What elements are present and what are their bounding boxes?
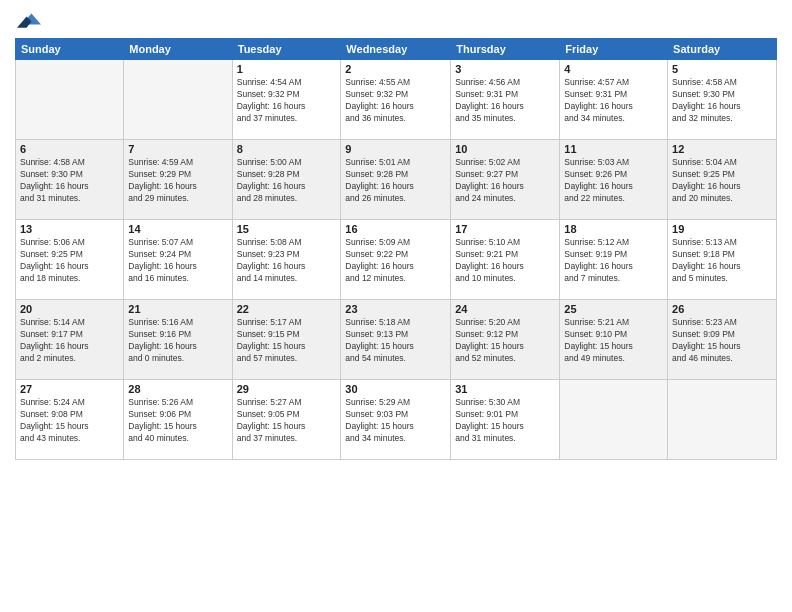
day-number: 22 xyxy=(237,303,337,315)
calendar-day: 18Sunrise: 5:12 AM Sunset: 9:19 PM Dayli… xyxy=(560,220,668,300)
day-info: Sunrise: 5:09 AM Sunset: 9:22 PM Dayligh… xyxy=(345,237,446,285)
calendar-day: 6Sunrise: 4:58 AM Sunset: 9:30 PM Daylig… xyxy=(16,140,124,220)
calendar-day: 20Sunrise: 5:14 AM Sunset: 9:17 PM Dayli… xyxy=(16,300,124,380)
day-number: 12 xyxy=(672,143,772,155)
day-info: Sunrise: 5:16 AM Sunset: 9:16 PM Dayligh… xyxy=(128,317,227,365)
calendar-day: 13Sunrise: 5:06 AM Sunset: 9:25 PM Dayli… xyxy=(16,220,124,300)
calendar-day: 11Sunrise: 5:03 AM Sunset: 9:26 PM Dayli… xyxy=(560,140,668,220)
day-info: Sunrise: 5:06 AM Sunset: 9:25 PM Dayligh… xyxy=(20,237,119,285)
day-number: 3 xyxy=(455,63,555,75)
calendar-day: 10Sunrise: 5:02 AM Sunset: 9:27 PM Dayli… xyxy=(451,140,560,220)
calendar-day: 30Sunrise: 5:29 AM Sunset: 9:03 PM Dayli… xyxy=(341,380,451,460)
day-info: Sunrise: 5:02 AM Sunset: 9:27 PM Dayligh… xyxy=(455,157,555,205)
calendar-day: 15Sunrise: 5:08 AM Sunset: 9:23 PM Dayli… xyxy=(232,220,341,300)
day-info: Sunrise: 5:08 AM Sunset: 9:23 PM Dayligh… xyxy=(237,237,337,285)
day-number: 31 xyxy=(455,383,555,395)
day-number: 19 xyxy=(672,223,772,235)
calendar-day: 16Sunrise: 5:09 AM Sunset: 9:22 PM Dayli… xyxy=(341,220,451,300)
calendar-day: 25Sunrise: 5:21 AM Sunset: 9:10 PM Dayli… xyxy=(560,300,668,380)
day-number: 17 xyxy=(455,223,555,235)
calendar-day xyxy=(668,380,777,460)
day-info: Sunrise: 5:26 AM Sunset: 9:06 PM Dayligh… xyxy=(128,397,227,445)
day-number: 21 xyxy=(128,303,227,315)
calendar-body: 1Sunrise: 4:54 AM Sunset: 9:32 PM Daylig… xyxy=(16,60,777,460)
calendar-day: 4Sunrise: 4:57 AM Sunset: 9:31 PM Daylig… xyxy=(560,60,668,140)
calendar-day: 17Sunrise: 5:10 AM Sunset: 9:21 PM Dayli… xyxy=(451,220,560,300)
day-number: 11 xyxy=(564,143,663,155)
day-number: 27 xyxy=(20,383,119,395)
calendar-week-row: 27Sunrise: 5:24 AM Sunset: 9:08 PM Dayli… xyxy=(16,380,777,460)
calendar-header-friday: Friday xyxy=(560,39,668,60)
day-number: 26 xyxy=(672,303,772,315)
day-info: Sunrise: 4:59 AM Sunset: 9:29 PM Dayligh… xyxy=(128,157,227,205)
day-info: Sunrise: 5:21 AM Sunset: 9:10 PM Dayligh… xyxy=(564,317,663,365)
day-number: 20 xyxy=(20,303,119,315)
day-number: 24 xyxy=(455,303,555,315)
calendar-day: 8Sunrise: 5:00 AM Sunset: 9:28 PM Daylig… xyxy=(232,140,341,220)
calendar-day: 5Sunrise: 4:58 AM Sunset: 9:30 PM Daylig… xyxy=(668,60,777,140)
calendar-day: 19Sunrise: 5:13 AM Sunset: 9:18 PM Dayli… xyxy=(668,220,777,300)
calendar-header-thursday: Thursday xyxy=(451,39,560,60)
calendar-header-monday: Monday xyxy=(124,39,232,60)
day-info: Sunrise: 5:12 AM Sunset: 9:19 PM Dayligh… xyxy=(564,237,663,285)
day-info: Sunrise: 5:07 AM Sunset: 9:24 PM Dayligh… xyxy=(128,237,227,285)
calendar-day: 2Sunrise: 4:55 AM Sunset: 9:32 PM Daylig… xyxy=(341,60,451,140)
day-number: 25 xyxy=(564,303,663,315)
day-info: Sunrise: 5:29 AM Sunset: 9:03 PM Dayligh… xyxy=(345,397,446,445)
header xyxy=(15,10,777,32)
calendar-day: 3Sunrise: 4:56 AM Sunset: 9:31 PM Daylig… xyxy=(451,60,560,140)
calendar-week-row: 20Sunrise: 5:14 AM Sunset: 9:17 PM Dayli… xyxy=(16,300,777,380)
day-info: Sunrise: 4:55 AM Sunset: 9:32 PM Dayligh… xyxy=(345,77,446,125)
calendar-day: 22Sunrise: 5:17 AM Sunset: 9:15 PM Dayli… xyxy=(232,300,341,380)
calendar-day xyxy=(16,60,124,140)
day-number: 18 xyxy=(564,223,663,235)
day-info: Sunrise: 5:14 AM Sunset: 9:17 PM Dayligh… xyxy=(20,317,119,365)
day-number: 7 xyxy=(128,143,227,155)
calendar-header-sunday: Sunday xyxy=(16,39,124,60)
day-info: Sunrise: 5:04 AM Sunset: 9:25 PM Dayligh… xyxy=(672,157,772,205)
calendar-day: 23Sunrise: 5:18 AM Sunset: 9:13 PM Dayli… xyxy=(341,300,451,380)
calendar-day: 31Sunrise: 5:30 AM Sunset: 9:01 PM Dayli… xyxy=(451,380,560,460)
calendar-header-wednesday: Wednesday xyxy=(341,39,451,60)
day-number: 5 xyxy=(672,63,772,75)
day-number: 6 xyxy=(20,143,119,155)
calendar-week-row: 1Sunrise: 4:54 AM Sunset: 9:32 PM Daylig… xyxy=(16,60,777,140)
day-info: Sunrise: 4:56 AM Sunset: 9:31 PM Dayligh… xyxy=(455,77,555,125)
day-info: Sunrise: 5:00 AM Sunset: 9:28 PM Dayligh… xyxy=(237,157,337,205)
day-number: 1 xyxy=(237,63,337,75)
day-number: 2 xyxy=(345,63,446,75)
calendar-day: 26Sunrise: 5:23 AM Sunset: 9:09 PM Dayli… xyxy=(668,300,777,380)
day-number: 4 xyxy=(564,63,663,75)
calendar-day: 28Sunrise: 5:26 AM Sunset: 9:06 PM Dayli… xyxy=(124,380,232,460)
calendar-week-row: 6Sunrise: 4:58 AM Sunset: 9:30 PM Daylig… xyxy=(16,140,777,220)
day-info: Sunrise: 4:57 AM Sunset: 9:31 PM Dayligh… xyxy=(564,77,663,125)
calendar-day: 14Sunrise: 5:07 AM Sunset: 9:24 PM Dayli… xyxy=(124,220,232,300)
calendar-day: 21Sunrise: 5:16 AM Sunset: 9:16 PM Dayli… xyxy=(124,300,232,380)
calendar-day: 12Sunrise: 5:04 AM Sunset: 9:25 PM Dayli… xyxy=(668,140,777,220)
day-number: 28 xyxy=(128,383,227,395)
calendar-day xyxy=(124,60,232,140)
day-info: Sunrise: 5:30 AM Sunset: 9:01 PM Dayligh… xyxy=(455,397,555,445)
day-number: 14 xyxy=(128,223,227,235)
day-info: Sunrise: 5:03 AM Sunset: 9:26 PM Dayligh… xyxy=(564,157,663,205)
calendar-day: 27Sunrise: 5:24 AM Sunset: 9:08 PM Dayli… xyxy=(16,380,124,460)
calendar-day: 24Sunrise: 5:20 AM Sunset: 9:12 PM Dayli… xyxy=(451,300,560,380)
day-number: 8 xyxy=(237,143,337,155)
day-number: 29 xyxy=(237,383,337,395)
day-info: Sunrise: 5:13 AM Sunset: 9:18 PM Dayligh… xyxy=(672,237,772,285)
calendar-week-row: 13Sunrise: 5:06 AM Sunset: 9:25 PM Dayli… xyxy=(16,220,777,300)
calendar-header-row: SundayMondayTuesdayWednesdayThursdayFrid… xyxy=(16,39,777,60)
day-number: 15 xyxy=(237,223,337,235)
day-info: Sunrise: 5:27 AM Sunset: 9:05 PM Dayligh… xyxy=(237,397,337,445)
day-info: Sunrise: 4:58 AM Sunset: 9:30 PM Dayligh… xyxy=(672,77,772,125)
day-number: 10 xyxy=(455,143,555,155)
day-number: 30 xyxy=(345,383,446,395)
calendar-day: 9Sunrise: 5:01 AM Sunset: 9:28 PM Daylig… xyxy=(341,140,451,220)
calendar-header-tuesday: Tuesday xyxy=(232,39,341,60)
day-info: Sunrise: 4:58 AM Sunset: 9:30 PM Dayligh… xyxy=(20,157,119,205)
day-info: Sunrise: 5:17 AM Sunset: 9:15 PM Dayligh… xyxy=(237,317,337,365)
calendar-day: 29Sunrise: 5:27 AM Sunset: 9:05 PM Dayli… xyxy=(232,380,341,460)
day-info: Sunrise: 5:10 AM Sunset: 9:21 PM Dayligh… xyxy=(455,237,555,285)
calendar-day: 7Sunrise: 4:59 AM Sunset: 9:29 PM Daylig… xyxy=(124,140,232,220)
logo xyxy=(15,10,41,32)
